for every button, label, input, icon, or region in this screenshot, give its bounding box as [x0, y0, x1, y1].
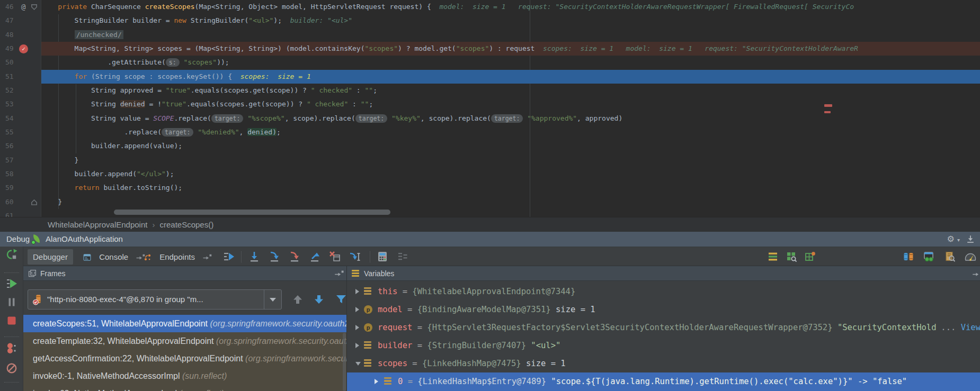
gutter[interactable]: 56 — [0, 139, 41, 153]
layout-settings-icon[interactable] — [396, 250, 409, 263]
code-line-52[interactable]: 52 String approved = "true".equals(scope… — [0, 84, 980, 97]
filter-frames-icon[interactable] — [335, 293, 346, 306]
code-line-46[interactable]: 46@ private CharSequence createScopes(Ma… — [0, 0, 980, 14]
show-execution-point-icon[interactable] — [222, 250, 235, 263]
breakpoint-icon[interactable]: ✓ — [19, 44, 28, 53]
inspect-document-icon[interactable] — [943, 250, 956, 263]
code-text[interactable]: String value = SCOPE.replace(target: "%s… — [41, 112, 980, 125]
code-line-60[interactable]: 60 } — [0, 195, 980, 209]
evaluate-expression-icon[interactable] — [376, 250, 389, 263]
variable-row[interactable]: this = {WhitelabelApprovalEndpoint@7344} — [347, 283, 980, 301]
variables-options-icon[interactable] — [972, 270, 980, 277]
gutter[interactable]: 55 — [0, 125, 41, 139]
frame-row[interactable]: createScopes:51, WhitelabelApprovalEndpo… — [23, 315, 346, 332]
tab-console[interactable]: Console — [78, 249, 145, 265]
frame-row[interactable]: createTemplate:32, WhitelabelApprovalEnd… — [23, 332, 346, 350]
gutter[interactable]: 46@ — [0, 0, 41, 14]
collapse-arrow-icon[interactable] — [355, 362, 361, 366]
mute-breakpoints-icon[interactable] — [5, 362, 18, 375]
code-line-53[interactable]: 53 String denied = !"true".equals(scopes… — [0, 97, 980, 111]
breadcrumb-method[interactable]: createScopes() — [159, 220, 213, 229]
frames-options-icon[interactable] — [334, 270, 344, 277]
code-line-48[interactable]: 48 /unchecked/ — [0, 28, 980, 42]
expand-arrow-icon[interactable] — [355, 343, 359, 348]
gutter[interactable]: 54 — [0, 112, 41, 125]
gutter[interactable]: 49✓ — [0, 42, 41, 56]
expand-arrow-icon[interactable] — [355, 289, 359, 294]
code-text[interactable]: builder.append(value); — [41, 139, 980, 153]
gutter[interactable]: 59 — [0, 181, 41, 195]
plugin-icon-2[interactable] — [785, 250, 798, 263]
gutter[interactable]: 47 — [0, 14, 41, 28]
code-text[interactable]: } — [41, 195, 980, 209]
code-line-59[interactable]: 59 return builder.toString(); — [0, 181, 980, 195]
rerun-icon[interactable] — [5, 248, 18, 261]
view-breakpoints-icon[interactable] — [5, 342, 18, 354]
gutter[interactable]: 57 — [0, 153, 41, 167]
resume-program-icon[interactable] — [5, 277, 18, 290]
code-text[interactable]: .getAttribute(s: "scopes")); — [41, 56, 980, 69]
frame-row[interactable]: invoke:62, NativeMethodAccessorImpl (sun… — [23, 385, 346, 391]
memory-view-icon[interactable] — [922, 250, 935, 263]
expand-arrow-icon[interactable] — [355, 325, 359, 330]
code-line-57[interactable]: 57 } — [0, 153, 980, 167]
threads-icon[interactable] — [902, 250, 915, 263]
error-stripe-mark[interactable] — [824, 111, 831, 113]
code-line-55[interactable]: 55 .replace(target: "%denied%", denied); — [0, 125, 980, 139]
frames-panel-header[interactable]: Frames — [23, 266, 346, 281]
gutter[interactable]: 51 — [0, 70, 41, 84]
hide-panel-icon[interactable] — [965, 234, 976, 244]
horizontal-scrollbar[interactable] — [114, 210, 390, 215]
variable-row[interactable]: pmodel = {BindingAwareModelMap@7351} siz… — [347, 301, 980, 319]
tab-debugger[interactable]: Debugger — [28, 249, 73, 265]
plugin-icon-1[interactable] — [767, 250, 779, 263]
code-editor[interactable]: 46@ private CharSequence createScopes(Ma… — [0, 0, 980, 217]
thread-selector[interactable]: "http-nio-8080-exec-4"@6,870 in group "m… — [28, 289, 282, 310]
fold-marker-icon[interactable] — [31, 4, 37, 10]
variable-row[interactable]: prequest = {HttpServlet3RequestFactory$S… — [347, 319, 980, 337]
code-text[interactable]: /unchecked/ — [41, 28, 980, 42]
code-line-50[interactable]: 50 .getAttribute(s: "scopes")); — [0, 56, 980, 69]
code-text[interactable]: private CharSequence createScopes(Map<St… — [41, 0, 980, 14]
profiler-gauge-icon[interactable] — [964, 250, 977, 263]
gutter[interactable]: 50 — [0, 56, 41, 69]
code-text[interactable]: for (String scope : scopes.keySet()) { s… — [41, 70, 980, 84]
variable-row[interactable]: scopes = {LinkedHashMap@7475} size = 1 — [347, 354, 980, 372]
code-line-54[interactable]: 54 String value = SCOPE.replace(target: … — [0, 112, 980, 125]
code-line-56[interactable]: 56 builder.append(value); — [0, 139, 980, 153]
tab-endpoints[interactable]: Endpoints — [139, 249, 212, 265]
stop-icon[interactable] — [5, 314, 18, 327]
variable-row[interactable]: builder = {StringBuilder@7407} "<ul>" — [347, 337, 980, 354]
code-text[interactable]: } — [41, 153, 980, 167]
thread-dropdown-button[interactable] — [264, 290, 281, 309]
variables-panel-header[interactable]: Variables — [346, 266, 980, 281]
next-frame-icon[interactable] — [313, 293, 325, 306]
frame-row[interactable]: invoke0:-1, NativeMethodAccessorImpl (su… — [23, 367, 346, 385]
pause-program-icon[interactable] — [5, 296, 18, 308]
step-over-icon[interactable] — [248, 250, 261, 263]
code-text[interactable]: StringBuilder builder = new StringBuilde… — [41, 14, 980, 28]
settings-gear-icon[interactable]: ⚙ ▾ — [947, 232, 960, 248]
error-stripe-mark[interactable] — [824, 104, 832, 107]
gutter[interactable]: 61 — [0, 209, 41, 217]
frame-row[interactable]: getAccessConfirmation:22, WhitelabelAppr… — [23, 350, 346, 367]
drop-frame-icon[interactable] — [328, 250, 341, 263]
breadcrumb-class[interactable]: WhitelabelApprovalEndpoint — [48, 220, 147, 229]
gutter[interactable]: 60 — [0, 195, 41, 209]
code-line-51[interactable]: 51 for (String scope : scopes.keySet()) … — [0, 70, 980, 84]
view-link[interactable]: View — [961, 323, 980, 332]
code-line-49[interactable]: 49✓ Map<String, String> scopes = (Map<St… — [0, 42, 980, 56]
previous-frame-icon[interactable] — [291, 293, 304, 306]
force-step-into-icon[interactable] — [288, 250, 301, 263]
gutter[interactable]: 52 — [0, 84, 41, 97]
code-text[interactable]: String approved = "true".equals(scopes.g… — [41, 84, 980, 97]
gutter[interactable]: 48 — [0, 28, 41, 42]
expand-arrow-icon[interactable] — [375, 379, 378, 384]
frames-scrollbar[interactable] — [343, 333, 346, 391]
step-into-icon[interactable] — [268, 250, 281, 263]
plugin-icon-3[interactable] — [804, 250, 816, 263]
code-text[interactable]: String denied = !"true".equals(scopes.ge… — [41, 97, 980, 111]
gutter[interactable]: 53 — [0, 97, 41, 111]
step-out-icon[interactable] — [308, 250, 321, 263]
code-lines[interactable]: 46@ private CharSequence createScopes(Ma… — [0, 0, 980, 217]
